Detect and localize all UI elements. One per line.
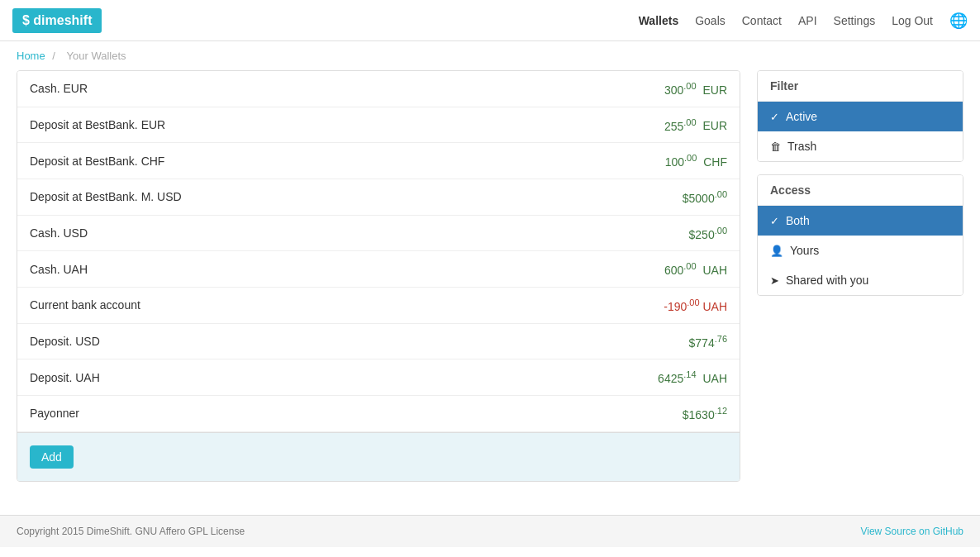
wallet-name: Cash. EUR — [30, 82, 88, 95]
user-icon: 👤 — [770, 245, 783, 257]
access-both-label: Both — [786, 214, 810, 227]
filter-trash-button[interactable]: 🗑 Trash — [758, 131, 963, 161]
filter-title: Filter — [758, 71, 963, 102]
wallet-list: Cash. EUR 300.00 EUR Deposit at BestBank… — [17, 70, 740, 482]
globe-icon[interactable]: 🌐 — [949, 12, 968, 29]
table-row[interactable]: Cash. EUR 300.00 EUR — [17, 71, 740, 107]
nav-logout[interactable]: Log Out — [892, 14, 933, 27]
filter-active-button[interactable]: ✓ Active — [758, 102, 963, 131]
footer-github-link[interactable]: View Source on GitHub — [860, 526, 963, 537]
wallet-amount: $774.76 — [689, 334, 727, 350]
navbar: $ dimeshift Wallets Goals Contact API Se… — [0, 0, 980, 41]
main-container: Cash. EUR 300.00 EUR Deposit at BestBank… — [0, 70, 980, 498]
table-row[interactable]: Deposit at BestBank. CHF 100.00 CHF — [17, 143, 740, 179]
wallet-name: Deposit. UAH — [30, 371, 100, 384]
wallet-name: Cash. USD — [30, 226, 88, 240]
nav-wallets[interactable]: Wallets — [639, 14, 679, 27]
filter-active-label: Active — [786, 110, 817, 123]
nav-goals[interactable]: Goals — [695, 14, 725, 27]
access-yours-label: Yours — [790, 244, 819, 257]
access-yours-button[interactable]: 👤 Yours — [758, 236, 963, 265]
table-row[interactable]: Cash. USD $250.00 — [17, 216, 740, 252]
sidebar: Filter ✓ Active 🗑 Trash Access ✓ Both 👤 … — [757, 70, 963, 482]
table-row[interactable]: Deposit. USD $774.76 — [17, 324, 740, 360]
wallet-name: Deposit. USD — [30, 335, 100, 348]
footer-copyright: Copyright 2015 DimeShift. GNU Affero GPL… — [17, 526, 245, 537]
access-panel: Access ✓ Both 👤 Yours ➤ Shared with you — [757, 174, 963, 296]
wallet-amount: -190.00 UAH — [664, 298, 727, 313]
wallet-amount: 100.00 CHF — [665, 153, 727, 169]
breadcrumb: Home / Your Wallets — [0, 41, 980, 70]
wallet-amount: $250.00 — [689, 226, 727, 241]
trash-icon: 🗑 — [770, 140, 781, 153]
add-wallet-button[interactable]: Add — [30, 445, 74, 469]
filter-trash-label: Trash — [787, 140, 816, 153]
access-shared-label: Shared with you — [786, 274, 868, 287]
wallet-amount: $5000.00 — [683, 189, 727, 205]
nav-settings[interactable]: Settings — [834, 14, 876, 27]
nav-links: Wallets Goals Contact API Settings Log O… — [639, 12, 968, 30]
access-title: Access — [758, 175, 963, 206]
access-shared-button[interactable]: ➤ Shared with you — [758, 265, 963, 295]
nav-api[interactable]: API — [798, 14, 817, 27]
brand-icon: $ — [22, 13, 33, 27]
wallet-amount: 6425.14 UAH — [658, 369, 727, 385]
nav-contact[interactable]: Contact — [742, 14, 782, 27]
footer: Copyright 2015 DimeShift. GNU Affero GPL… — [0, 515, 980, 547]
wallet-name: Deposit at BestBank. CHF — [30, 155, 164, 168]
wallet-name: Payonner — [30, 407, 79, 420]
breadcrumb-separator: / — [52, 50, 55, 62]
breadcrumb-home[interactable]: Home — [17, 50, 45, 62]
wallet-name: Deposit at BestBank. EUR — [30, 118, 165, 131]
table-row[interactable]: Deposit at BestBank. EUR 255.00 EUR — [17, 107, 740, 144]
filter-panel: Filter ✓ Active 🗑 Trash — [757, 70, 963, 162]
wallet-amount: 255.00 EUR — [664, 117, 727, 133]
wallet-name: Current bank account — [30, 298, 140, 312]
wallet-amount: 600.00 UAH — [664, 261, 727, 277]
table-row[interactable]: Current bank account -190.00 UAH — [17, 288, 740, 324]
share-icon: ➤ — [770, 274, 779, 287]
table-row[interactable]: Cash. UAH 600.00 UAH — [17, 251, 740, 288]
wallet-amount: 300.00 EUR — [664, 81, 727, 97]
table-row[interactable]: Deposit at BestBank. M. USD $5000.00 — [17, 179, 740, 216]
brand-label: dimeshift — [33, 13, 92, 27]
breadcrumb-current: Your Wallets — [67, 50, 126, 62]
table-row[interactable]: Deposit. UAH 6425.14 UAH — [17, 359, 740, 396]
brand-logo[interactable]: $ dimeshift — [12, 8, 102, 33]
access-both-button[interactable]: ✓ Both — [758, 206, 963, 236]
add-row: Add — [17, 432, 740, 481]
check-icon: ✓ — [770, 215, 779, 227]
wallet-name: Deposit at BestBank. M. USD — [30, 190, 182, 203]
table-row[interactable]: Payonner $1630.12 — [17, 396, 740, 432]
wallet-name: Cash. UAH — [30, 263, 88, 276]
check-icon: ✓ — [770, 111, 779, 123]
wallet-amount: $1630.12 — [683, 406, 727, 421]
